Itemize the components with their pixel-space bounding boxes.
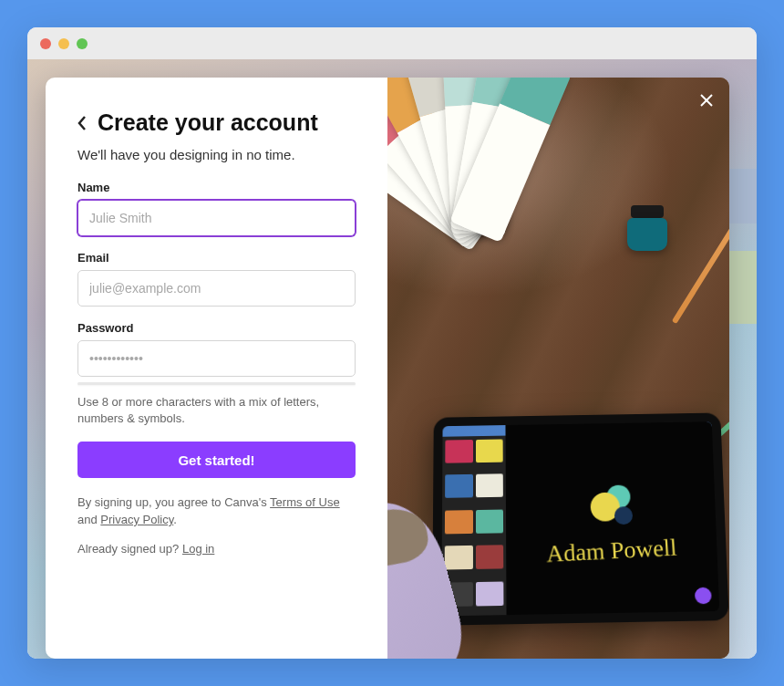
window-maximize-dot[interactable] [77, 38, 88, 49]
privacy-link[interactable]: Privacy Policy [100, 513, 173, 526]
thumbnail [445, 440, 472, 463]
close-icon [698, 92, 715, 109]
thumbnail [475, 474, 502, 498]
window-close-dot[interactable] [40, 38, 51, 49]
thumbnail [445, 474, 472, 498]
password-hint: Use 8 or more characters with a mix of l… [77, 394, 356, 427]
password-label: Password [77, 321, 356, 335]
thumbnail [475, 439, 502, 463]
window-titlebar [27, 27, 757, 59]
thumbnail [445, 510, 473, 534]
name-label: Name [77, 181, 356, 194]
logo-graphic [584, 480, 636, 531]
tablet-fab-button [695, 587, 712, 605]
tablet-canvas: Adam Powell [505, 421, 719, 615]
tablet-device: Adam Powell [432, 412, 729, 625]
modal-title: Create your account [98, 109, 318, 136]
thumbnail [445, 546, 473, 570]
modal-subtitle: We'll have you designing in no time. [77, 147, 356, 162]
login-prompt-text: Already signed up? [77, 542, 182, 556]
login-prompt: Already signed up? Log in [77, 542, 356, 556]
page-background: Create your account We'll have you desig… [27, 59, 757, 659]
window-minimize-dot[interactable] [58, 38, 69, 49]
back-button[interactable] [77, 112, 92, 134]
signup-form-panel: Create your account We'll have you desig… [46, 78, 387, 659]
name-input[interactable] [77, 200, 356, 236]
password-strength-bar [77, 382, 356, 385]
get-started-button[interactable]: Get started! [77, 442, 356, 478]
tablet-screen: Adam Powell [441, 421, 719, 616]
hero-image: Adam Powell [387, 78, 729, 659]
thumbnail [475, 581, 503, 606]
legal-text: By signing up, you agree to Canva's Term… [77, 494, 356, 529]
legal-and: and [77, 513, 100, 526]
legal-post: . [173, 513, 177, 526]
email-label: Email [77, 251, 356, 265]
email-input[interactable] [77, 270, 356, 307]
signature-text: Adam Powell [546, 535, 678, 568]
thumbnail [475, 509, 503, 533]
thumbnail [475, 545, 503, 569]
ink-jar [624, 205, 670, 251]
signup-modal: Create your account We'll have you desig… [46, 78, 729, 659]
chevron-left-icon [77, 115, 87, 131]
close-modal-button[interactable] [695, 88, 718, 112]
login-link[interactable]: Log in [182, 542, 214, 556]
password-input[interactable] [77, 340, 356, 377]
terms-link[interactable]: Terms of Use [270, 495, 340, 509]
browser-window: Create your account We'll have you desig… [27, 27, 757, 659]
legal-pre: By signing up, you agree to Canva's [77, 495, 270, 509]
